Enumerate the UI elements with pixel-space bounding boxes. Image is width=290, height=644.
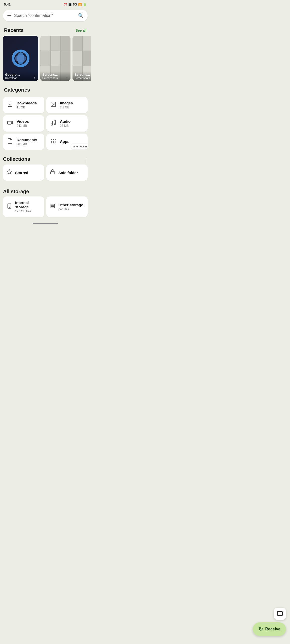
- see-all-button[interactable]: See all: [76, 28, 87, 32]
- storage-internal[interactable]: Internal storage 198 GB free: [3, 196, 44, 217]
- phone-icon: [7, 203, 12, 210]
- sd-card-icon: [50, 203, 55, 210]
- internal-storage-name: Internal storage: [15, 200, 41, 209]
- category-apps[interactable]: Apps age Access r: [46, 134, 88, 150]
- apps-icon: [50, 138, 57, 146]
- search-bar[interactable]: ☰ Search "confirmation" 🔍: [3, 10, 88, 21]
- recent-name: Screens...: [75, 73, 91, 76]
- internal-storage-info: Internal storage 198 GB free: [15, 200, 41, 213]
- search-icon[interactable]: 🔍: [78, 13, 84, 18]
- recent-sub: Download: [5, 76, 36, 79]
- collections-section: Collections ⋮ Starred Safe folder: [0, 154, 91, 185]
- status-icons: ⏰ 📳 5G 📶 🔋: [63, 3, 87, 6]
- svg-marker-17: [7, 170, 12, 174]
- storage-title: All storage: [3, 189, 29, 194]
- recent-item-screenshots-2[interactable]: Screens... Screenshots ⋮: [72, 36, 91, 81]
- audio-icon: [50, 120, 57, 127]
- images-info: Images 2.1 GB: [60, 101, 73, 109]
- more-dots-icon[interactable]: ⋮: [65, 75, 69, 79]
- recent-item-google[interactable]: Google-... Download ⋮: [3, 36, 38, 81]
- more-dots-icon[interactable]: ⋮: [33, 75, 37, 79]
- other-storage-sub: per files: [58, 208, 83, 211]
- svg-point-16: [55, 142, 56, 143]
- documents-icon: [7, 138, 14, 146]
- categories-section: Categories Downloads 11 GB: [0, 85, 91, 154]
- svg-point-6: [51, 124, 53, 125]
- svg-point-2: [15, 55, 26, 62]
- category-documents[interactable]: Documents 501 MB: [3, 134, 44, 150]
- svg-point-9: [53, 139, 54, 140]
- svg-point-13: [55, 141, 56, 142]
- images-name: Images: [60, 101, 73, 105]
- recents-title: Recents: [4, 27, 24, 33]
- category-videos[interactable]: Videos 242 MB: [3, 115, 44, 132]
- hamburger-icon[interactable]: ☰: [7, 13, 11, 18]
- svg-point-10: [55, 139, 56, 140]
- svg-point-7: [54, 123, 56, 125]
- svg-point-15: [53, 142, 54, 143]
- audio-info: Audio 28 MB: [60, 119, 71, 128]
- videos-name: Videos: [17, 119, 29, 124]
- collection-starred[interactable]: Starred: [3, 165, 44, 181]
- documents-size: 501 MB: [17, 142, 37, 146]
- recent-sub: Screenshots: [75, 76, 91, 79]
- audio-name: Audio: [60, 119, 71, 124]
- recent-name: Screens...: [42, 73, 68, 76]
- videos-size: 242 MB: [17, 124, 29, 128]
- lock-icon: [50, 169, 55, 176]
- apps-info: Apps: [60, 139, 69, 144]
- home-indicator: [0, 221, 91, 227]
- download-name: Downloads: [17, 101, 37, 105]
- storage-other[interactable]: Other storage per files: [46, 196, 88, 217]
- category-audio[interactable]: Audio 28 MB: [46, 115, 88, 132]
- storage-header: All storage: [3, 187, 88, 194]
- audio-size: 28 MB: [60, 124, 71, 128]
- documents-info: Documents 501 MB: [17, 138, 37, 146]
- recent-name: Google-...: [5, 73, 36, 76]
- collections-grid: Starred Safe folder: [3, 165, 88, 185]
- videos-icon: [7, 120, 14, 127]
- network-5g: 5G: [73, 3, 77, 6]
- all-storage-section: All storage Internal storage 198 GB free: [0, 185, 91, 221]
- signal-icon: 📶: [78, 3, 82, 6]
- svg-point-14: [51, 142, 52, 143]
- collection-safe-folder[interactable]: Safe folder: [46, 165, 88, 181]
- home-bar: [33, 223, 58, 224]
- download-size: 11 GB: [17, 106, 37, 109]
- collections-title: Collections: [3, 156, 30, 162]
- category-images[interactable]: Images 2.1 GB: [46, 97, 88, 113]
- svg-rect-18: [51, 172, 55, 174]
- time: 5:41: [4, 3, 11, 6]
- svg-point-4: [52, 103, 53, 104]
- other-storage-info: Other storage per files: [58, 203, 83, 211]
- svg-point-8: [51, 139, 52, 140]
- recents-header: Recents See all: [0, 25, 91, 36]
- svg-rect-5: [8, 121, 11, 124]
- videos-info: Videos 242 MB: [17, 119, 29, 128]
- images-size: 2.1 GB: [60, 106, 73, 109]
- collections-more-icon[interactable]: ⋮: [83, 156, 88, 162]
- status-bar: 5:41 ⏰ 📳 5G 📶 🔋: [0, 0, 91, 8]
- download-icon: [7, 101, 14, 109]
- internal-storage-sub: 198 GB free: [15, 210, 41, 213]
- documents-name: Documents: [17, 138, 37, 142]
- svg-point-12: [53, 141, 54, 142]
- recent-label-screenshots2: Screens... Screenshots: [72, 71, 91, 81]
- svg-rect-21: [51, 204, 55, 208]
- storage-grid: Internal storage 198 GB free Other stora…: [3, 194, 88, 221]
- collections-header: Collections ⋮: [3, 156, 88, 165]
- safe-folder-name: Safe folder: [58, 171, 78, 175]
- starred-name: Starred: [15, 171, 28, 175]
- apps-tooltip: age Access r: [71, 144, 88, 149]
- svg-point-11: [51, 141, 52, 142]
- category-downloads[interactable]: Downloads 11 GB: [3, 97, 44, 113]
- vibrate-icon: 📳: [68, 3, 72, 6]
- battery-icon: 🔋: [83, 3, 87, 6]
- recent-item-screenshots-1[interactable]: Screens... Screenshots ⋮: [40, 36, 70, 81]
- recents-row: Google-... Download ⋮ Screens... Screens…: [0, 36, 91, 85]
- other-storage-name: Other storage: [58, 203, 83, 207]
- categories-grid: Downloads 11 GB Images 2.1 GB: [3, 95, 88, 154]
- download-info: Downloads 11 GB: [17, 101, 37, 109]
- apps-name: Apps: [60, 139, 69, 144]
- recent-sub: Screenshots: [42, 76, 68, 79]
